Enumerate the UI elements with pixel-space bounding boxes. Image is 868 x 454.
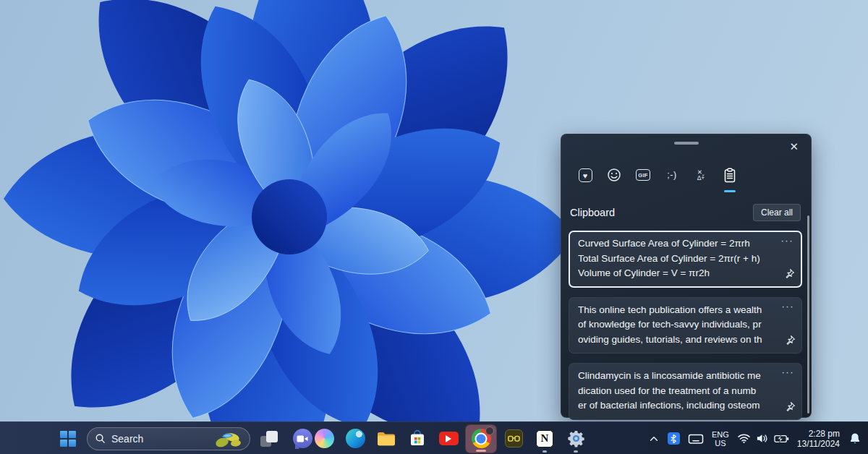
youtube-button[interactable] [434,424,463,453]
clipboard-title: Clipboard [570,207,615,218]
panel-scrollbar[interactable] [807,215,809,414]
language-line2: US [712,439,729,447]
clipboard-item-text: Curved Surface Area of Cylinder = 2πrh [578,236,770,252]
glasses-app-icon [505,429,523,447]
item-more-button[interactable]: ··· [782,367,795,377]
chrome-running-indicator [476,450,486,452]
chevron-up-icon [648,434,660,444]
clipboard-header: Clipboard Clear all [570,204,801,221]
clock[interactable]: 2:28 pm 13/11/2024 [796,424,841,453]
battery-charging-icon [774,434,789,444]
close-icon[interactable]: ✕ [786,139,802,155]
clipboard-item-text: Clindamycin is a lincosamide antibiotic … [578,369,770,384]
clipboard-item-text: This online tech publication offers a we… [578,303,770,318]
item-more-button[interactable]: ··· [782,301,795,312]
clipboard-item-text: oviding guides, tutorials, and reviews o… [578,333,770,348]
notion-icon: N [536,430,553,447]
microsoft-store-button[interactable] [403,424,432,453]
clear-all-button[interactable]: Clear all [753,204,801,221]
volume-icon [756,433,769,444]
bluetooth-icon [668,432,680,445]
notification-button[interactable] [846,424,864,453]
copilot-button[interactable] [310,424,339,453]
clipboard-icon [723,168,736,183]
smiley-icon [607,168,621,182]
clipboard-item[interactable]: Clindamycin is a lincosamide antibiotic … [569,363,802,420]
clipboard-item[interactable]: This online tech publication offers a we… [569,297,802,354]
chrome-button[interactable] [465,424,497,453]
clipboard-item-text: of knowledge for tech-savvy individuals,… [578,317,770,333]
windows-logo-icon [60,431,76,447]
search-icon [95,433,106,444]
task-view-button[interactable] [255,424,284,453]
edge-button[interactable] [341,424,370,453]
task-view-icon [260,431,278,447]
edge-icon [346,429,365,448]
settings-button[interactable] [561,424,590,453]
active-tab-underline [724,190,736,192]
store-icon [408,429,427,448]
file-explorer-button[interactable] [372,424,401,453]
chrome-profile-avatar [485,427,494,435]
wifi-icon [737,433,751,444]
clipboard-item-text: dication used for the treatment of a num… [578,384,770,399]
search-input[interactable] [111,433,198,445]
pin-icon[interactable] [784,268,795,282]
symbols-icon: ✕ˬ Δ+ [697,169,705,181]
tab-clipboard[interactable] [722,166,738,184]
folder-icon [376,430,396,447]
bell-icon [848,432,862,446]
notion-running-indicator [542,450,547,453]
touch-keyboard-button[interactable] [686,424,705,453]
clipboard-item-text: Volume of Cylinder = V = πr2h [578,266,770,281]
pin-icon[interactable] [785,335,796,348]
desktop-screen: ✕ ♥ GIF ;-) ✕ˬ Δ [0,0,868,454]
taskbar: N [0,421,868,454]
emoji-panel-tabs: ♥ GIF ;-) ✕ˬ Δ+ [577,166,738,184]
copilot-icon [315,429,334,448]
tab-gif[interactable]: GIF [635,166,651,184]
clipboard-item-list: Curved Surface Area of Cylinder = 2πrh T… [569,231,802,420]
panel-drag-handle[interactable] [674,142,699,145]
hidden-icons-button[interactable] [647,424,661,453]
search-box[interactable] [87,427,250,450]
clipboard-panel: ✕ ♥ GIF ;-) ✕ˬ Δ [561,134,812,418]
bluetooth-button[interactable] [666,424,681,453]
settings-running-indicator [574,450,578,453]
gif-icon: GIF [636,169,650,181]
tab-emoji[interactable] [606,166,622,184]
youtube-icon [439,432,459,445]
network-volume-battery-button[interactable] [736,424,791,453]
touch-keyboard-icon [688,432,704,445]
clipboard-item[interactable]: Curved Surface Area of Cylinder = 2πrh T… [569,231,802,288]
heart-icon: ♥ [579,168,592,182]
item-more-button[interactable]: ··· [781,235,794,246]
kaomoji-icon: ;-) [667,170,676,180]
notion-button[interactable]: N [530,424,559,453]
tab-kaomoji[interactable]: ;-) [664,166,680,184]
clipboard-item-text: er of bacterial infections, including os… [578,398,770,414]
time-text: 2:28 pm [797,429,840,439]
pin-icon[interactable] [785,401,796,415]
glasses-app-button[interactable] [499,424,528,453]
language-indicator[interactable]: ENG US [710,424,731,453]
tab-symbols[interactable]: ✕ˬ Δ+ [693,166,709,184]
tab-recently-used[interactable]: ♥ [577,166,593,184]
gear-icon [567,429,585,447]
clipboard-item-text: Total Surface Area of Cylinder = 2πr(r +… [578,252,770,267]
search-highlight-image [212,430,244,449]
language-line1: ENG [712,430,729,439]
date-text: 13/11/2024 [797,439,840,449]
start-button[interactable] [54,424,82,453]
